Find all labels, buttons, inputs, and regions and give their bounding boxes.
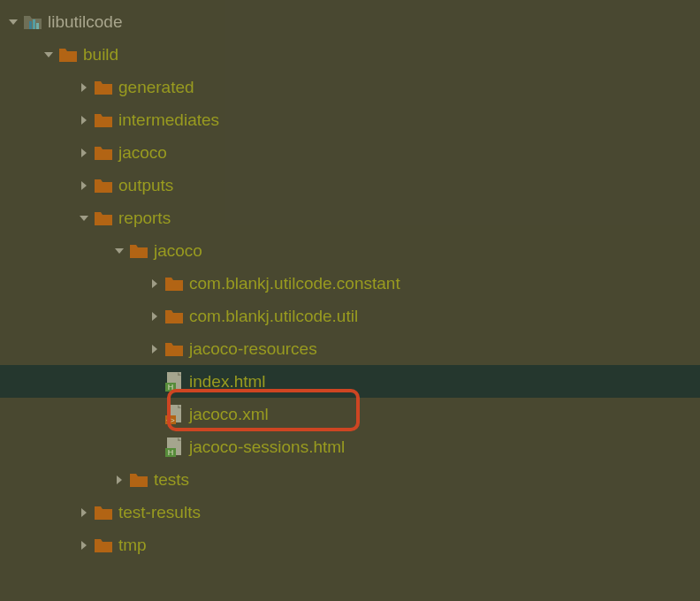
- folder-icon: [164, 308, 184, 325]
- tree-row-intermediates[interactable]: intermediates: [0, 103, 700, 136]
- folder-icon: [164, 340, 184, 358]
- tree-label: jacoco-sessions.html: [189, 430, 345, 463]
- tree-row-pkg-constant[interactable]: com.blankj.utilcode.constant: [0, 267, 700, 300]
- chevron-right-icon[interactable]: [76, 540, 92, 551]
- chevron-down-icon[interactable]: [76, 213, 92, 224]
- folder-icon: [94, 177, 113, 194]
- chevron-right-icon[interactable]: [76, 115, 92, 126]
- svg-text:H: H: [168, 383, 174, 392]
- xml-file-icon: <>: [164, 406, 184, 423]
- tree-row-index-html[interactable]: · H index.html: [0, 365, 700, 398]
- svg-rect-2: [36, 23, 39, 29]
- tree-row-outputs[interactable]: outputs: [0, 169, 700, 202]
- folder-icon: [129, 242, 148, 260]
- tree-label: jacoco.xml: [189, 398, 269, 430]
- folder-icon: [94, 504, 113, 521]
- chevron-right-icon[interactable]: [76, 82, 92, 93]
- tree-row-generated[interactable]: generated: [0, 71, 700, 103]
- chevron-right-icon[interactable]: [76, 148, 92, 158]
- tree-row-build[interactable]: build: [0, 38, 700, 71]
- html-file-icon: H: [164, 373, 184, 391]
- tree-row-jacoco[interactable]: jacoco: [0, 136, 700, 169]
- tree-row-libutilcode[interactable]: libutilcode: [0, 5, 700, 38]
- html-file-icon: H: [164, 438, 184, 456]
- folder-icon: [94, 111, 113, 129]
- folder-icon: [58, 46, 78, 64]
- tree-row-test-results[interactable]: test-results: [0, 496, 700, 529]
- tree-row-jacoco-sessions[interactable]: · H jacoco-sessions.html: [0, 430, 700, 463]
- tree-label: jacoco-resources: [189, 332, 317, 365]
- tree-label: generated: [118, 71, 194, 103]
- tree-row-jacoco-xml[interactable]: · <> jacoco.xml: [0, 398, 700, 430]
- tree-label: outputs: [118, 169, 173, 202]
- folder-icon: [94, 209, 113, 227]
- tree-row-jacoco-resources[interactable]: jacoco-resources: [0, 332, 700, 365]
- tree-label: test-results: [118, 496, 201, 529]
- tree-row-reports[interactable]: reports: [0, 202, 700, 234]
- svg-rect-1: [33, 19, 35, 29]
- chevron-down-icon[interactable]: [111, 246, 127, 256]
- tree-row-tmp[interactable]: tmp: [0, 529, 700, 561]
- tree-label: com.blankj.utilcode.util: [189, 300, 358, 332]
- tree-row-reports-jacoco[interactable]: jacoco: [0, 234, 700, 267]
- chevron-right-icon[interactable]: [147, 278, 163, 289]
- project-tree[interactable]: libutilcode build generated intermediate…: [0, 0, 700, 561]
- svg-rect-0: [29, 21, 32, 29]
- svg-text:H: H: [168, 448, 174, 457]
- tree-label: tests: [154, 463, 189, 496]
- tree-label: index.html: [189, 365, 266, 398]
- tree-label: reports: [118, 202, 171, 234]
- tree-label: intermediates: [118, 103, 219, 136]
- tree-label: libutilcode: [48, 5, 123, 38]
- tree-label: build: [83, 38, 118, 71]
- chevron-down-icon[interactable]: [41, 49, 57, 60]
- tree-label: jacoco: [118, 136, 167, 169]
- chevron-right-icon[interactable]: [147, 344, 163, 354]
- folder-icon: [94, 79, 113, 96]
- chevron-down-icon[interactable]: [5, 17, 21, 27]
- chevron-right-icon[interactable]: [111, 475, 127, 485]
- folder-icon: [164, 275, 184, 293]
- tree-label: jacoco: [154, 234, 202, 267]
- chevron-right-icon[interactable]: [76, 180, 92, 191]
- svg-text:<>: <>: [166, 416, 175, 424]
- chevron-right-icon[interactable]: [147, 311, 163, 322]
- module-icon: [23, 13, 42, 31]
- tree-row-pkg-util[interactable]: com.blankj.utilcode.util: [0, 300, 700, 332]
- chevron-right-icon[interactable]: [76, 507, 92, 518]
- tree-label: com.blankj.utilcode.constant: [189, 267, 400, 300]
- tree-label: tmp: [118, 529, 147, 561]
- folder-icon: [129, 471, 148, 489]
- tree-row-tests[interactable]: tests: [0, 463, 700, 496]
- folder-icon: [94, 144, 113, 162]
- folder-icon: [94, 536, 113, 554]
